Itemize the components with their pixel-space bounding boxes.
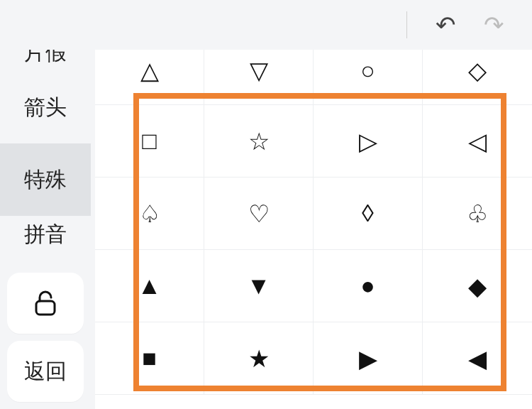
symbol-cell[interactable]: ■ <box>95 322 204 395</box>
symbol-cell[interactable]: ◇ <box>423 50 532 105</box>
back-button[interactable]: 返回 <box>7 341 84 402</box>
unlock-icon <box>33 289 57 317</box>
symbol-cell[interactable]: ♤ <box>95 178 204 250</box>
sidebar-item-label: 拼音 <box>24 220 67 244</box>
symbol-cell[interactable]: ♡ <box>204 178 314 250</box>
topbar: ↶ ↷ <box>0 0 532 50</box>
sidebar-item-label: 特殊 <box>24 165 67 195</box>
symbol-cell[interactable]: ▽ <box>204 50 314 105</box>
symbol-cell[interactable]: ▼ <box>204 250 314 322</box>
symbol-cell[interactable]: ◆ <box>423 250 532 322</box>
undo-button[interactable]: ↶ <box>436 13 455 37</box>
symbol-cell[interactable]: ▶ <box>314 322 423 395</box>
sidebar-item-pinyin[interactable]: 拼音 <box>0 216 91 244</box>
sidebar-footer: 返回 <box>0 273 91 409</box>
category-list: 片假 箭头 特殊 拼音 <box>0 50 91 268</box>
symbol-cell[interactable]: ◊ <box>314 178 423 250</box>
symbol-cell[interactable]: ☆ <box>204 105 314 178</box>
sidebar-item-special[interactable]: 特殊 <box>0 143 91 216</box>
symbol-cell[interactable]: △ <box>95 50 204 105</box>
sidebar-item-label: 片假 <box>24 50 67 67</box>
symbol-cell[interactable]: ◀ <box>423 322 532 395</box>
symbol-grid: △ ▽ ○ ◇ □ ☆ ▷ ◁ ♤ ♡ ◊ ♧ ▲ ▼ ● ◆ ■ ★ ▶ ◀ <box>95 50 532 395</box>
lock-button[interactable] <box>7 273 84 334</box>
sidebar-item-label: 箭头 <box>24 93 67 122</box>
symbol-cell[interactable]: ★ <box>204 322 314 395</box>
redo-button[interactable]: ↷ <box>484 13 504 37</box>
symbol-cell[interactable]: ◁ <box>423 105 532 178</box>
main-area: 片假 箭头 特殊 拼音 返回 △ ▽ ○ ◇ □ ☆ ▷ ◁ ♤ <box>0 50 532 409</box>
symbol-cell[interactable]: □ <box>95 105 204 178</box>
topbar-divider <box>406 11 407 38</box>
sidebar: 片假 箭头 特殊 拼音 返回 <box>0 50 91 409</box>
symbol-cell[interactable]: ▷ <box>314 105 423 178</box>
symbol-cell[interactable]: ♧ <box>423 178 532 250</box>
svg-rect-0 <box>36 301 55 315</box>
symbol-cell[interactable]: ▲ <box>95 250 204 322</box>
sidebar-item-katakana[interactable]: 片假 <box>0 50 91 71</box>
back-button-label: 返回 <box>24 357 67 386</box>
symbol-cell[interactable]: ○ <box>314 50 423 105</box>
symbol-cell[interactable]: ● <box>314 250 423 322</box>
sidebar-item-arrows[interactable]: 箭头 <box>0 71 91 143</box>
symbol-panel: △ ▽ ○ ◇ □ ☆ ▷ ◁ ♤ ♡ ◊ ♧ ▲ ▼ ● ◆ ■ ★ ▶ ◀ <box>95 50 532 409</box>
